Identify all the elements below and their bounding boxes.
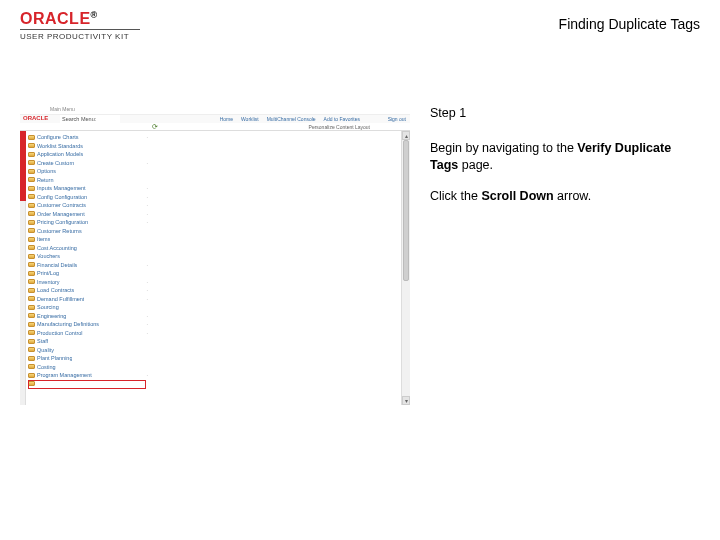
caret-right-icon: ·: [147, 279, 148, 285]
search-menu-label: Search Menu:: [60, 115, 120, 123]
nav-item-label: Config Configuration: [37, 194, 87, 200]
scroll-up-button[interactable]: ▴: [402, 131, 410, 140]
personalize-label[interactable]: Personalize Content Layout: [309, 124, 370, 130]
nav-item-label: Order Management: [37, 211, 85, 217]
nav-item-label: Customer Contracts: [37, 202, 86, 208]
caret-right-icon: ·: [147, 219, 148, 225]
nav-item[interactable]: Engineering·: [28, 312, 150, 321]
folder-icon: [28, 305, 35, 310]
nav-item-label: Manufacturing Definitions: [37, 321, 99, 327]
nav-item[interactable]: Customer Returns: [28, 227, 150, 236]
nav-item-label: Engineering: [37, 313, 66, 319]
nav-item[interactable]: Production Control·: [28, 329, 150, 338]
refresh-icon[interactable]: ⟳: [150, 123, 160, 131]
folder-icon: [28, 245, 35, 250]
step-label: Step 1: [430, 105, 690, 122]
folder-icon: [28, 169, 35, 174]
nav-item[interactable]: Configure Charts·: [28, 133, 150, 142]
nav-item-label: Production Control: [37, 330, 83, 336]
nav-item[interactable]: Vouchers: [28, 252, 150, 261]
folder-icon: [28, 237, 35, 242]
app-logo: ORACLE: [23, 115, 48, 121]
scroll-thumb[interactable]: [403, 140, 409, 281]
link-home[interactable]: Home: [220, 116, 233, 122]
nav-item-label: Plant Planning: [37, 355, 72, 361]
nav-item-label: Load Contracts: [37, 287, 74, 293]
caret-right-icon: ·: [147, 296, 148, 302]
folder-icon: [28, 194, 35, 199]
nav-item-label: Configure Charts: [37, 134, 79, 140]
nav-item-label: Quality: [37, 347, 54, 353]
scrollbar: ▴ ▾: [401, 131, 410, 405]
nav-item[interactable]: Customer Contracts·: [28, 201, 150, 210]
folder-icon: [28, 288, 35, 293]
caret-right-icon: ·: [147, 160, 148, 166]
nav-item[interactable]: Application Models: [28, 150, 150, 159]
nav-item[interactable]: Staff: [28, 337, 150, 346]
nav-item-label: Program Management: [37, 372, 92, 378]
nav-item[interactable]: Quality: [28, 346, 150, 355]
nav-item-label: Demand Fulfillment: [37, 296, 84, 302]
nav-item-label: Options: [37, 168, 56, 174]
folder-icon: [28, 356, 35, 361]
nav-item[interactable]: Manufacturing Definitions·: [28, 320, 150, 329]
nav-item-label: Staff: [37, 338, 48, 344]
nav-item[interactable]: Financial Details·: [28, 261, 150, 270]
nav-item[interactable]: Inventory·: [28, 278, 150, 287]
folder-icon: [28, 313, 35, 318]
nav-item-label: Pricing Configuration: [37, 219, 88, 225]
nav-item[interactable]: Config Configuration·: [28, 193, 150, 202]
nav-item[interactable]: Inputs Management·: [28, 184, 150, 193]
scroll-down-button[interactable]: ▾: [402, 396, 410, 405]
folder-icon: [28, 228, 35, 233]
link-worklist[interactable]: Worklist: [241, 116, 259, 122]
folder-icon: [28, 143, 35, 148]
nav-item[interactable]: Create Custom·: [28, 159, 150, 168]
nav-item[interactable]: Demand Fulfillment·: [28, 295, 150, 304]
nav-item-label: Costing: [37, 364, 56, 370]
instruction-panel: Step 1 Begin by navigating to the Verify…: [430, 105, 690, 219]
app-screenshot: Main Menu ORACLE Search Menu: Home Workl…: [20, 105, 410, 405]
scroll-track[interactable]: [402, 140, 410, 396]
top-links: Home Worklist MultiChannel Console Add t…: [220, 116, 360, 122]
nav-item[interactable]: Plant Planning: [28, 354, 150, 363]
folder-icon: [28, 339, 35, 344]
link-signout[interactable]: Sign out: [388, 116, 406, 122]
folder-icon: [28, 296, 35, 301]
nav-item[interactable]: Cost Accounting: [28, 244, 150, 253]
link-favorites[interactable]: Add to Favorites: [324, 116, 360, 122]
nav-item[interactable]: Pricing Configuration·: [28, 218, 150, 227]
folder-icon: [28, 330, 35, 335]
breadcrumb[interactable]: Main Menu: [50, 106, 75, 112]
caret-right-icon: ·: [147, 330, 148, 336]
nav-item[interactable]: Program Management·: [28, 371, 150, 380]
nav-item-label: Sourcing: [37, 304, 59, 310]
nav-item[interactable]: Options: [28, 167, 150, 176]
folder-icon: [28, 160, 35, 165]
page-title: Finding Duplicate Tags: [559, 16, 700, 32]
nav-item[interactable]: Order Management·: [28, 210, 150, 219]
folder-icon: [28, 211, 35, 216]
nav-item[interactable]: Items: [28, 235, 150, 244]
folder-icon: [28, 262, 35, 267]
folder-icon: [28, 152, 35, 157]
folder-icon: [28, 322, 35, 327]
caret-right-icon: ·: [147, 372, 148, 378]
folder-icon: [28, 364, 35, 369]
nav-item[interactable]: Worklist Standards: [28, 142, 150, 151]
link-mcc[interactable]: MultiChannel Console: [267, 116, 316, 122]
folder-icon: [28, 279, 35, 284]
nav-item[interactable]: Sourcing: [28, 303, 150, 312]
nav-item-label: Financial Details: [37, 262, 77, 268]
nav-item[interactable]: Return: [28, 176, 150, 185]
folder-icon: [28, 254, 35, 259]
folder-icon: [28, 177, 35, 182]
nav-item-label: Create Custom: [37, 160, 74, 166]
nav-item-label: Inputs Management: [37, 185, 86, 191]
folder-icon: [28, 373, 35, 378]
folder-icon: [28, 381, 35, 386]
nav-item[interactable]: Print/Log: [28, 269, 150, 278]
nav-item[interactable]: [28, 380, 150, 389]
nav-item[interactable]: Load Contracts·: [28, 286, 150, 295]
nav-item[interactable]: Costing: [28, 363, 150, 372]
